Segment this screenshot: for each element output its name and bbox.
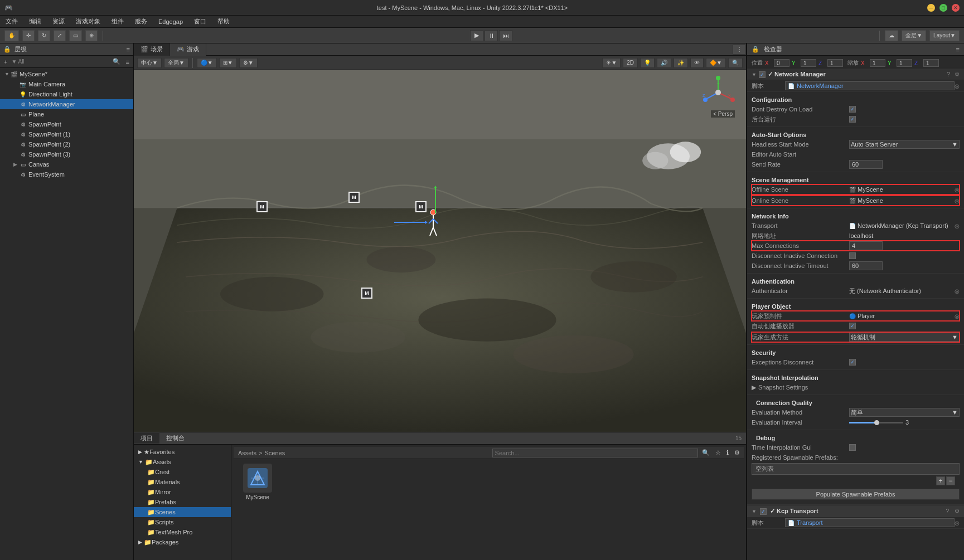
game-tab[interactable]: 🎮 游戏 [170, 43, 206, 56]
file-assets[interactable]: ▼ 📁 Assets [134, 457, 231, 467]
rect-tool[interactable]: ▭ [69, 30, 82, 41]
menu-window[interactable]: 窗口 [192, 16, 209, 27]
kcp-select-icon[interactable]: ◎ [955, 520, 960, 526]
scene-root[interactable]: ▼ 🎬 MyScene* [0, 69, 133, 79]
minimize-button[interactable]: ─ [927, 4, 935, 12]
file-crest[interactable]: 📁 Crest [134, 467, 231, 477]
menu-assets[interactable]: 资源 [50, 16, 67, 27]
menu-edgegap[interactable]: Edgegap [156, 17, 185, 26]
transport-ref[interactable]: 📄 NetworkManager (Kcp Transport) [849, 222, 955, 229]
light-toggle[interactable]: 💡 [640, 58, 655, 68]
asset-myscene[interactable]: MyScene [238, 464, 277, 500]
populate-btn[interactable]: Populate Spawnable Prefabs [752, 489, 960, 500]
scene-tab[interactable]: 🎬 场景 [134, 43, 170, 56]
scale-tool[interactable]: ⤢ [54, 30, 66, 41]
online-scene-ref[interactable]: 🎬 MyScene [849, 197, 955, 204]
snap-btn[interactable]: 🔵▼ [197, 58, 217, 68]
rotate-tool[interactable]: ↻ [38, 30, 50, 41]
script-ref[interactable]: 📄 NetworkManager [785, 81, 955, 90]
tree-eventsystem[interactable]: ⚙ EventSystem [0, 169, 133, 179]
snap2-btn[interactable]: ⊞▼ [219, 58, 237, 68]
shading-btn[interactable]: ☀▼ [602, 58, 621, 68]
tree-main-camera[interactable]: 📷 Main Camera [0, 79, 133, 89]
menu-help[interactable]: 帮助 [215, 16, 232, 27]
menu-edit[interactable]: 编辑 [27, 16, 43, 27]
tree-spawnpoint1[interactable]: ⚙ SpawnPoint (1) [0, 129, 133, 139]
file-materials[interactable]: 📁 Materials [134, 477, 231, 487]
kcp-enable-checkbox[interactable]: ✓ [760, 508, 767, 515]
menu-services[interactable]: 服务 [133, 16, 149, 27]
add-spawnable-btn[interactable]: + [936, 476, 945, 485]
file-mirror[interactable]: 📁 Mirror [134, 487, 231, 497]
play-button[interactable]: ▶ [470, 30, 483, 41]
asset-options-2[interactable]: ℹ [725, 449, 730, 456]
spawn-method-dropdown[interactable]: 轮循机制 ▼ [849, 333, 960, 342]
layout-dropdown[interactable]: Layout▼ [929, 30, 960, 41]
kcp-transport-header[interactable]: ▼ ✓ ✓ Kcp Transport ? ⚙ [747, 505, 964, 517]
asset-search-icon[interactable]: 🔍 [700, 449, 711, 456]
nm-enable-checkbox[interactable]: ✓ [759, 71, 766, 78]
max-conn-input[interactable] [849, 241, 883, 250]
headless-dropdown[interactable]: Auto Start Server ▼ [849, 140, 960, 149]
remove-spawnable-btn[interactable]: − [946, 476, 955, 485]
search-btn2[interactable]: 🔍 [728, 58, 743, 68]
menu-file[interactable]: 文件 [3, 16, 20, 27]
file-scenes[interactable]: 📁 Scenes [134, 507, 231, 517]
tab-console[interactable]: 控制台 [159, 433, 191, 444]
file-packages[interactable]: ▶ 📁 Packages [134, 537, 231, 547]
scene-gizmo[interactable]: Y X Z [701, 76, 735, 109]
disconnect-timeout-input[interactable] [849, 261, 883, 270]
kcp-settings-icon[interactable]: ⚙ [955, 508, 960, 514]
tree-spawnpoint0[interactable]: ⚙ SpawnPoint [0, 119, 133, 129]
authenticator-select[interactable]: ◎ [955, 288, 960, 294]
eval-interval-slider[interactable] [849, 422, 903, 423]
kcp-help-icon[interactable]: ? [946, 508, 949, 514]
menu-component[interactable]: 组件 [109, 16, 126, 27]
gizmos-btn[interactable]: 🔶▼ [706, 58, 726, 68]
file-scripts[interactable]: 📁 Scripts [134, 517, 231, 527]
hier-options-btn[interactable]: ≡ [124, 59, 131, 65]
file-favorites[interactable]: ▶ ★ Favorites [134, 447, 231, 457]
tab-project[interactable]: 项目 [134, 433, 159, 444]
step-button[interactable]: ⏭ [499, 30, 512, 41]
layer-dropdown[interactable]: 全层▼ [902, 30, 926, 41]
offline-scene-ref[interactable]: 🎬 MyScene [849, 186, 955, 193]
center-mode-btn[interactable]: 中心▼ [137, 58, 162, 68]
eval-method-dropdown[interactable]: 简单 ▼ [849, 408, 960, 417]
file-textmesh[interactable]: 📁 TextMesh Pro [134, 527, 231, 537]
nm-help-icon[interactable]: ? [947, 71, 950, 77]
player-prefab-ref[interactable]: 🔵 Player [849, 313, 955, 319]
offline-scene-select[interactable]: ◎ [955, 187, 960, 193]
breadcrumb-assets[interactable]: Assets [238, 450, 256, 456]
fx-toggle[interactable]: ✨ [674, 58, 688, 68]
asset-options-3[interactable]: ⚙ [733, 449, 742, 456]
tree-plane[interactable]: ▭ Plane [0, 109, 133, 119]
send-rate-input[interactable] [849, 160, 883, 169]
breadcrumb-scenes[interactable]: Scenes [264, 450, 285, 456]
global-mode-btn[interactable]: 全局▼ [164, 58, 188, 68]
bg-run-checkbox[interactable]: ✓ [849, 116, 856, 123]
nm-settings-icon[interactable]: ⚙ [955, 71, 960, 77]
combined-tool[interactable]: ⊕ [85, 30, 98, 41]
tree-spawnpoint2[interactable]: ⚙ SpawnPoint (2) [0, 139, 133, 149]
2d-btn[interactable]: 2D [623, 58, 638, 68]
exceptions-disconnect-cb[interactable]: ✓ [849, 359, 856, 366]
inspector-menu[interactable]: ≡ [956, 46, 960, 53]
hierarchy-menu-icon[interactable]: ≡ [127, 46, 130, 53]
hier-add-btn[interactable]: + [2, 59, 9, 65]
pivot-btn[interactable]: ⚙▼ [239, 58, 258, 68]
transport-select[interactable]: ◎ [955, 223, 960, 229]
tree-network-manager[interactable]: ⚙ NetworkManager [0, 99, 133, 109]
file-prefabs[interactable]: 📁 Prefabs [134, 497, 231, 507]
cloud-btn[interactable]: ☁ [885, 30, 898, 41]
close-button[interactable]: ✕ [952, 4, 960, 12]
tree-dir-light[interactable]: 💡 Directional Light [0, 89, 133, 99]
auto-create-cb[interactable]: ✓ [849, 323, 856, 329]
tree-canvas[interactable]: ▶ ▭ Canvas [0, 159, 133, 169]
authenticator-ref[interactable]: 无 (Network Authenticator) [849, 287, 955, 295]
player-prefab-select[interactable]: ◎ [955, 313, 960, 319]
audio-toggle[interactable]: 🔊 [657, 58, 671, 68]
move-tool[interactable]: ✋ [4, 30, 19, 41]
time-interp-cb[interactable] [849, 444, 856, 451]
network-manager-header[interactable]: ▼ ✓ ✓ Network Manager ? ⚙ [747, 69, 964, 80]
